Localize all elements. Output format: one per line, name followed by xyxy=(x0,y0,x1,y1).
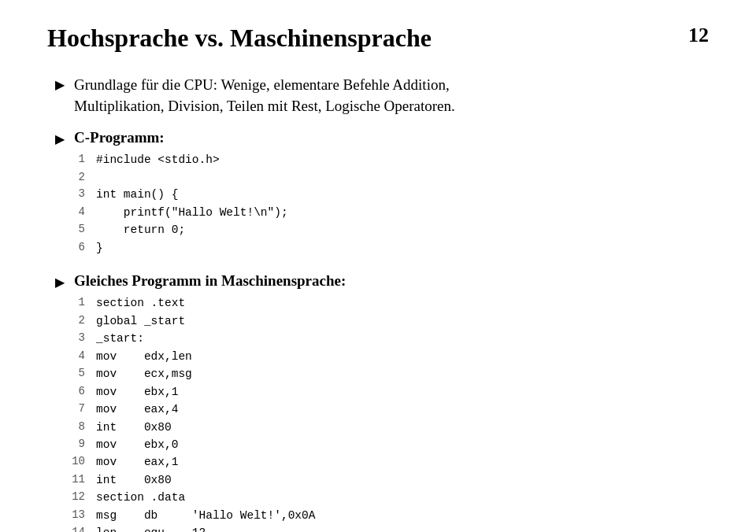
code-line: 3int main() { xyxy=(63,186,709,203)
line-number: 1 xyxy=(63,294,85,312)
line-number: 2 xyxy=(63,169,85,187)
line-number: 5 xyxy=(63,365,85,382)
slide-header: Hochsprache vs. Maschinensprache 12 xyxy=(47,24,709,53)
code-line: 1#include <stdio.h> xyxy=(63,151,709,168)
line-number: 10 xyxy=(63,453,85,471)
code-text: printf("Hallo Welt!\n"); xyxy=(96,204,288,221)
line-number: 6 xyxy=(63,239,85,257)
c-section-label: C-Programm: xyxy=(74,129,165,146)
code-text: mov ebx,1 xyxy=(96,383,178,401)
code-line: 14len equ 12 xyxy=(63,524,709,532)
code-line: 6} xyxy=(63,239,709,257)
line-number: 13 xyxy=(63,507,85,524)
line-number: 6 xyxy=(63,383,85,401)
code-text: global _start xyxy=(96,312,185,330)
code-line: 1section .text xyxy=(63,294,709,312)
code-text: mov edx,len xyxy=(96,348,192,365)
code-text: int main() { xyxy=(96,186,178,203)
bullet-arrow-icon: ▶ xyxy=(55,77,65,92)
code-line: 4mov edx,len xyxy=(63,348,709,365)
code-text: #include <stdio.h> xyxy=(96,151,220,168)
c-code-block: 1#include <stdio.h>23int main() {4 print… xyxy=(63,151,709,257)
line-number: 4 xyxy=(63,348,85,365)
c-section-header: ▶ C-Programm: xyxy=(55,129,709,146)
code-text: mov eax,4 xyxy=(96,401,178,418)
code-text: mov ecx,msg xyxy=(96,365,192,382)
code-text: } xyxy=(96,239,103,257)
code-line: 9mov ebx,0 xyxy=(63,436,709,453)
c-bullet-arrow-icon: ▶ xyxy=(55,131,65,146)
asm-bullet-arrow-icon: ▶ xyxy=(55,275,65,290)
code-line: 13msg db 'Hallo Welt!',0x0A xyxy=(63,507,709,524)
code-line: 4 printf("Hallo Welt!\n"); xyxy=(63,204,709,221)
code-text: section .text xyxy=(96,294,185,312)
asm-section-header: ▶ Gleiches Programm in Maschinensprache: xyxy=(55,272,709,290)
code-line: 3_start: xyxy=(63,330,709,347)
code-text: section .data xyxy=(96,489,185,506)
code-line: 5mov ecx,msg xyxy=(63,365,709,382)
line-number: 3 xyxy=(63,330,85,347)
line-number: 4 xyxy=(63,204,85,221)
code-text: msg db 'Hallo Welt!',0x0A xyxy=(96,507,315,524)
code-line: 10mov eax,1 xyxy=(63,453,709,471)
line-number: 9 xyxy=(63,436,85,453)
line-number: 11 xyxy=(63,471,85,489)
code-line: 8int 0x80 xyxy=(63,419,709,436)
line-number: 7 xyxy=(63,401,85,418)
code-line: 2 xyxy=(63,169,709,187)
bullet-text-1: Grundlage für die CPU: Wenige, elementar… xyxy=(74,75,455,116)
line-number: 2 xyxy=(63,312,85,330)
line-number: 12 xyxy=(63,489,85,506)
code-line: 11int 0x80 xyxy=(63,471,709,489)
line-number: 1 xyxy=(63,151,85,168)
line-number: 5 xyxy=(63,221,85,238)
code-line: 7mov eax,4 xyxy=(63,401,709,418)
asm-code-block: 1section .text2global _start3_start:4mov… xyxy=(63,294,709,532)
page-number: 12 xyxy=(688,24,709,47)
code-text: mov eax,1 xyxy=(96,453,178,471)
code-line: 5 return 0; xyxy=(63,221,709,238)
code-line: 12section .data xyxy=(63,489,709,506)
code-text: _start: xyxy=(96,330,144,347)
line-number: 3 xyxy=(63,186,85,203)
slide-title: Hochsprache vs. Maschinensprache xyxy=(47,24,432,53)
code-text: len equ 12 xyxy=(96,524,206,532)
code-text: int 0x80 xyxy=(96,471,172,489)
bullet-item-1: ▶ Grundlage für die CPU: Wenige, element… xyxy=(55,75,709,116)
code-line: 2global _start xyxy=(63,312,709,330)
line-number: 8 xyxy=(63,419,85,436)
asm-section-label: Gleiches Programm in Maschinensprache: xyxy=(74,272,346,290)
code-text: int 0x80 xyxy=(96,419,172,436)
code-text: return 0; xyxy=(96,221,185,238)
line-number: 14 xyxy=(63,524,85,532)
code-text: mov ebx,0 xyxy=(96,436,178,453)
code-line: 6mov ebx,1 xyxy=(63,383,709,401)
